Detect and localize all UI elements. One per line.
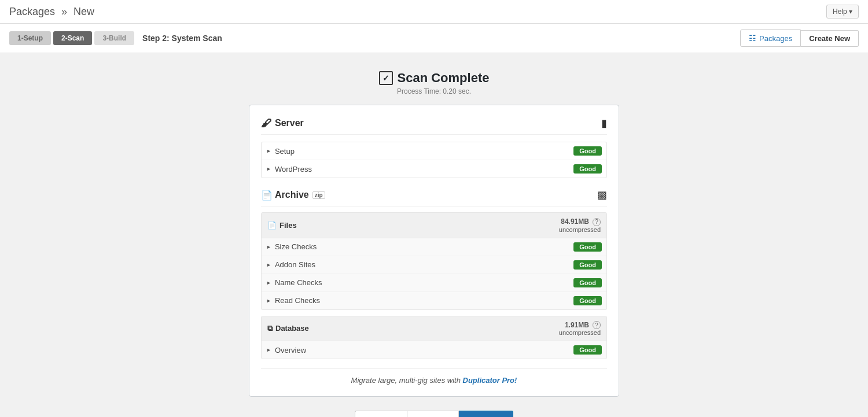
status-badge: Good — [573, 260, 602, 270]
scan-title-text: Scan Complete — [398, 71, 490, 86]
files-title-text: Files — [279, 221, 297, 230]
page-title-sub: New — [73, 6, 94, 17]
table-row[interactable]: ► WordPress Good — [262, 160, 606, 178]
table-row[interactable]: ► Size Checks Good — [262, 238, 606, 256]
server-icon: 🖌 — [261, 117, 271, 130]
files-size-label: uncompressed — [559, 226, 601, 233]
table-row[interactable]: ► Addon Sites Good — [262, 256, 606, 274]
arrow-icon: ► — [266, 347, 271, 353]
archive-title-text: Archive — [275, 190, 309, 200]
files-size: 84.91MB — [561, 217, 589, 226]
files-rows: ► Size Checks Good ► Addon Sites Good ► … — [262, 238, 606, 309]
check-row-label: ► WordPress — [266, 165, 312, 174]
table-row[interactable]: ► Read Checks Good — [262, 292, 606, 309]
status-badge: Good — [573, 164, 602, 174]
promo-link[interactable]: Duplicator Pro! — [463, 376, 517, 385]
main-content: ✓ Scan Complete Process Time: 0.20 sec. … — [0, 53, 868, 417]
promo-text: Migrate large, multi-gig sites with Dupl… — [261, 368, 607, 385]
server-title: 🖌 Server — [261, 117, 304, 130]
check-row-label: ► Addon Sites — [266, 260, 315, 269]
back-button[interactable]: ◄ Back — [355, 411, 407, 417]
files-title: 📄 Files — [267, 221, 297, 230]
files-meta: 84.91MB ? uncompressed — [559, 217, 601, 233]
build-button[interactable]: Build ► — [459, 411, 513, 417]
check-row-label: ► Overview — [266, 346, 306, 355]
database-subsection: ⧉ Database 1.91MB ? uncompressed ► Overv… — [261, 316, 607, 360]
status-badge: Good — [573, 345, 602, 355]
database-title: ⧉ Database — [267, 324, 309, 333]
server-section-header: 🖌 Server ▮ — [261, 117, 607, 135]
top-bar: Packages » New Help ▾ — [0, 0, 868, 24]
check-row-label: ► Setup — [266, 147, 295, 156]
files-subsection: 📄 Files 84.91MB ? uncompressed ► Size Ch… — [261, 212, 607, 310]
step-tab-3[interactable]: 3-Build — [94, 31, 134, 45]
archive-section-header: 📄 Archive zip ▩ — [261, 189, 607, 206]
scan-header: ✓ Scan Complete Process Time: 0.20 sec. — [12, 71, 856, 95]
scan-card: 🖌 Server ▮ ► Setup Good ► WordPress Good… — [249, 105, 619, 397]
packages-icon: ☷ — [749, 34, 756, 43]
table-row[interactable]: ► Setup Good — [262, 142, 606, 160]
database-rows: ► Overview Good — [262, 341, 606, 359]
zip-badge: zip — [312, 191, 325, 199]
create-new-button[interactable]: Create New — [801, 30, 859, 47]
help-button[interactable]: Help ▾ — [826, 5, 859, 19]
packages-link[interactable]: ☷ Packages — [740, 29, 801, 47]
packages-link-label: Packages — [759, 34, 792, 43]
page-title-main: Packages — [9, 6, 55, 17]
scan-title: ✓ Scan Complete — [12, 71, 856, 86]
database-size: 1.91MB — [565, 321, 589, 329]
files-icon: 📄 — [267, 221, 277, 230]
files-header: 📄 Files 84.91MB ? uncompressed — [262, 213, 606, 238]
arrow-icon: ► — [266, 280, 271, 286]
check-row-label: ► Size Checks — [266, 242, 317, 251]
step-bar: 1-Setup 2-Scan 3-Build Step 2: System Sc… — [0, 24, 868, 53]
database-meta: 1.91MB ? uncompressed — [559, 321, 601, 337]
database-help-icon[interactable]: ? — [593, 321, 601, 329]
scan-complete-icon: ✓ — [379, 71, 393, 85]
scan-subtitle: Process Time: 0.20 sec. — [12, 87, 856, 95]
step-tab-2[interactable]: 2-Scan — [53, 31, 92, 45]
rescan-button[interactable]: Rescan — [407, 411, 459, 417]
files-help-icon[interactable]: ? — [593, 218, 601, 226]
server-corner-icon: ▮ — [601, 117, 607, 130]
arrow-icon: ► — [266, 298, 271, 304]
promo-text-content: Migrate large, multi-gig sites with — [351, 376, 463, 385]
database-size-label: uncompressed — [559, 329, 601, 336]
page-title: Packages » New — [9, 6, 94, 18]
step-bar-actions: ☷ Packages Create New — [740, 29, 859, 47]
step-tab-1[interactable]: 1-Setup — [9, 31, 51, 45]
server-rows: ► Setup Good ► WordPress Good — [261, 142, 607, 178]
archive-title: 📄 Archive zip — [261, 190, 325, 201]
server-title-text: Server — [275, 118, 304, 128]
check-row-label: ► Read Checks — [266, 296, 320, 305]
status-badge: Good — [573, 146, 602, 156]
bottom-buttons: ◄ Back Rescan Build ► — [12, 411, 856, 417]
table-row[interactable]: ► Overview Good — [262, 341, 606, 359]
archive-file-icon: 📄 — [261, 190, 273, 201]
arrow-icon: ► — [266, 262, 271, 268]
arrow-icon: ► — [266, 166, 271, 172]
archive-corner-icon: ▩ — [597, 189, 607, 201]
check-row-label: ► Name Checks — [266, 278, 322, 287]
page-title-sep: » — [61, 6, 67, 17]
current-step-label: Step 2: System Scan — [142, 34, 222, 43]
step-tabs: 1-Setup 2-Scan 3-Build — [9, 31, 134, 45]
database-icon: ⧉ — [267, 324, 273, 333]
status-badge: Good — [573, 242, 602, 252]
table-row[interactable]: ► Name Checks Good — [262, 274, 606, 292]
database-header: ⧉ Database 1.91MB ? uncompressed — [262, 316, 606, 342]
arrow-icon: ► — [266, 148, 271, 154]
arrow-icon: ► — [266, 244, 271, 250]
status-badge: Good — [573, 296, 602, 305]
status-badge: Good — [573, 278, 602, 287]
database-title-text: Database — [275, 324, 309, 333]
